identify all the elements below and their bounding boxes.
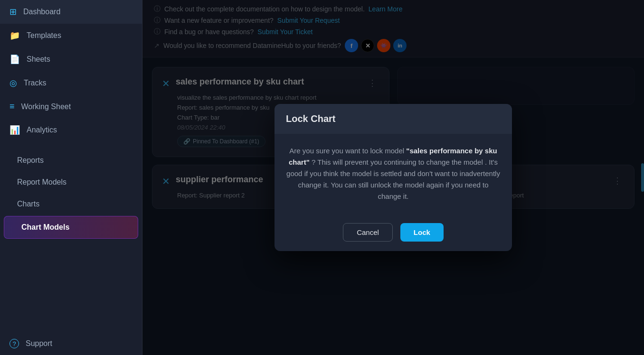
modal-overlay: Lock Chart Are you sure you want to lock… — [142, 0, 644, 355]
main-content: ⓘ Check out the complete documentation o… — [142, 0, 644, 355]
sidebar-item-label: Analytics — [27, 126, 57, 134]
sidebar-item-label: Sheets — [27, 55, 50, 64]
modal-footer: Cancel Lock — [275, 214, 512, 251]
sidebar-item-chart-models[interactable]: Chart Models — [4, 216, 138, 239]
modal-title: Lock Chart — [275, 104, 512, 134]
sheets-icon: 📄 — [9, 54, 20, 65]
sidebar-item-reports[interactable]: Reports — [0, 149, 142, 171]
working-sheet-icon: ≡ — [9, 102, 15, 112]
dashboard-icon: ⊞ — [9, 7, 17, 17]
lock-button[interactable]: Lock — [400, 223, 444, 242]
support-icon: ? — [9, 339, 19, 348]
sidebar-item-tracks[interactable]: ◎ Tracks — [0, 71, 142, 95]
sidebar-item-support[interactable]: ? Support — [0, 332, 142, 355]
sidebar-item-dashboard[interactable]: ⊞ Dashboard — [0, 0, 142, 24]
sidebar-item-label: Templates — [27, 31, 61, 40]
chart-models-label: Chart Models — [21, 223, 69, 232]
reports-label: Reports — [17, 156, 44, 165]
sidebar: ⊞ Dashboard 📁 Templates 📄 Sheets ◎ Track… — [0, 0, 142, 355]
sidebar-item-label: Working Sheet — [21, 103, 71, 111]
sidebar-item-templates[interactable]: 📁 Templates — [0, 24, 142, 47]
sidebar-item-report-models[interactable]: Report Models — [0, 171, 142, 193]
charts-label: Charts — [17, 200, 39, 208]
sidebar-item-working-sheet[interactable]: ≡ Working Sheet — [0, 95, 142, 118]
sidebar-item-label: Dashboard — [23, 8, 60, 16]
sidebar-item-sheets[interactable]: 📄 Sheets — [0, 47, 142, 71]
folder-icon: 📁 — [9, 30, 20, 41]
cancel-button[interactable]: Cancel — [343, 223, 393, 242]
analytics-icon: 📊 — [9, 125, 20, 135]
modal-body-suffix: ? This will prevent you continuing to ch… — [286, 158, 500, 200]
support-label: Support — [26, 339, 52, 348]
modal-body-prefix: Are you sure you want to lock model — [289, 147, 406, 155]
analytics-sub-section — [0, 142, 142, 149]
report-models-label: Report Models — [17, 178, 66, 187]
modal-body: Are you sure you want to lock model "sal… — [275, 134, 512, 214]
lock-chart-modal: Lock Chart Are you sure you want to lock… — [275, 104, 512, 251]
sidebar-item-charts[interactable]: Charts — [0, 193, 142, 215]
tracks-icon: ◎ — [9, 78, 17, 88]
sidebar-item-label: Tracks — [24, 79, 46, 87]
sidebar-item-analytics[interactable]: 📊 Analytics — [0, 118, 142, 142]
